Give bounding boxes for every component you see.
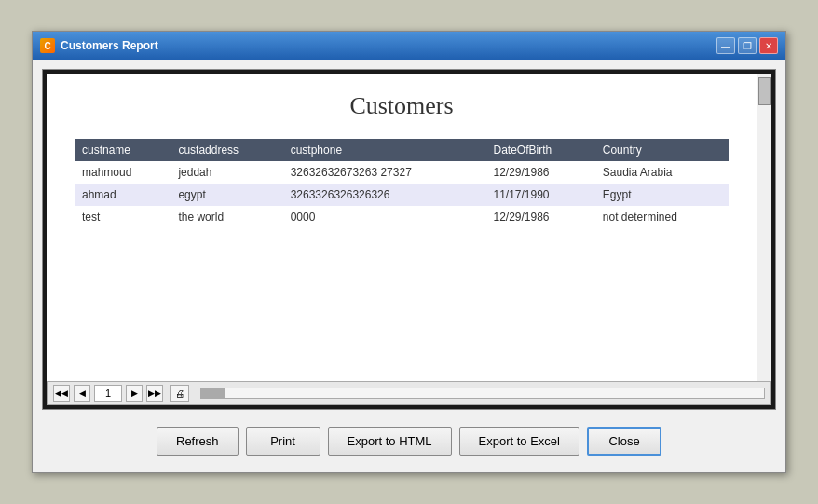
minimize-button[interactable]: — <box>716 37 735 54</box>
first-page-button[interactable]: ◀◀ <box>53 385 70 402</box>
table-cell: 11/17/1990 <box>485 184 594 206</box>
table-header-row: custname custaddress custphone DateOfBir… <box>75 139 729 161</box>
table-cell: 0000 <box>283 206 486 228</box>
table-cell: 3263326326326326 <box>283 184 486 206</box>
table-cell: Egypt <box>595 184 729 206</box>
table-cell: the world <box>170 206 282 228</box>
table-cell: ahmad <box>75 184 170 206</box>
table-cell: mahmoud <box>75 161 170 184</box>
refresh-button[interactable]: Refresh <box>157 427 239 456</box>
h-scroll-thumb[interactable] <box>201 388 225 398</box>
h-scroll-container <box>200 388 765 399</box>
title-bar: C Customers Report — ❐ ✕ <box>33 32 785 60</box>
page-number-input[interactable] <box>94 385 122 402</box>
table-cell: egypt <box>170 184 282 206</box>
col-dob: DateOfBirth <box>485 139 594 161</box>
h-scroll-track[interactable] <box>200 388 765 399</box>
table-row: ahmadegypt326332632632632611/17/1990Egyp… <box>75 184 729 206</box>
table-cell: 12/29/1986 <box>485 161 594 184</box>
title-buttons: — ❐ ✕ <box>716 37 778 54</box>
report-title: Customers <box>75 92 729 120</box>
scrollbar-thumb[interactable] <box>758 77 771 105</box>
col-custphone: custphone <box>283 139 486 161</box>
next-page-button[interactable]: ▶ <box>126 385 143 402</box>
nav-bar: ◀◀ ◀ ▶ ▶▶ 🖨 <box>47 381 771 405</box>
table-row: testthe world000012/29/1986not determine… <box>75 206 729 228</box>
report-inner: Customers custname custaddress custphone… <box>47 74 771 381</box>
report-area: Customers custname custaddress custphone… <box>42 69 776 410</box>
close-window-button[interactable]: ✕ <box>759 37 778 54</box>
nav-print-button[interactable]: 🖨 <box>170 385 189 402</box>
table-row: mahmoudjeddah32632632673263 2732712/29/1… <box>75 161 729 184</box>
app-icon: C <box>40 38 55 53</box>
table-cell: 12/29/1986 <box>485 206 594 228</box>
print-button[interactable]: Print <box>246 427 320 456</box>
export-excel-button[interactable]: Export to Excel <box>459 427 579 456</box>
table-cell: 32632632673263 27327 <box>283 161 486 184</box>
report-paper: Customers custname custaddress custphone… <box>47 74 757 247</box>
button-row: Refresh Print Export to HTML Export to E… <box>42 419 776 463</box>
table-cell: not determined <box>595 206 729 228</box>
table-cell: test <box>75 206 170 228</box>
main-window: C Customers Report — ❐ ✕ Customers <box>32 31 786 473</box>
col-country: Country <box>595 139 729 161</box>
last-page-button[interactable]: ▶▶ <box>146 385 163 402</box>
col-custname: custname <box>75 139 170 161</box>
restore-button[interactable]: ❐ <box>738 37 757 54</box>
title-bar-left: C Customers Report <box>40 38 158 53</box>
export-html-button[interactable]: Export to HTML <box>328 427 452 456</box>
vertical-scrollbar[interactable] <box>757 74 771 381</box>
prev-page-button[interactable]: ◀ <box>74 385 90 402</box>
table-cell: Saudia Arabia <box>595 161 729 184</box>
window-title: Customers Report <box>61 39 158 52</box>
col-custaddress: custaddress <box>170 139 282 161</box>
close-button[interactable]: Close <box>587 427 661 456</box>
table-cell: jeddah <box>170 161 282 184</box>
window-content: Customers custname custaddress custphone… <box>33 60 785 472</box>
customers-table: custname custaddress custphone DateOfBir… <box>75 139 729 228</box>
